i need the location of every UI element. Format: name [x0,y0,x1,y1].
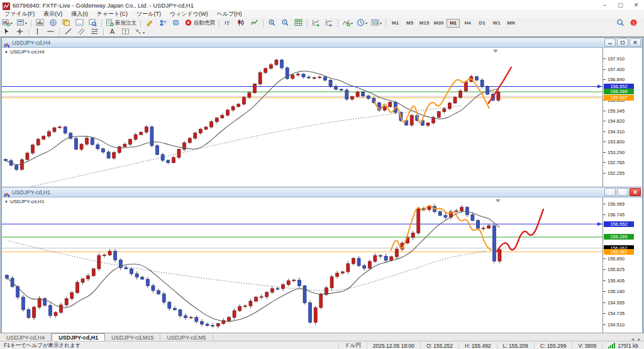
timeframe-button-m30[interactable]: M30 [432,19,445,28]
chart-window-title-bar[interactable]: USDJPY-cd,H4 [2,38,642,48]
candlestick-chart-button[interactable] [235,18,247,28]
chart-close-button[interactable] [630,38,641,47]
timeframe-button-mn[interactable]: MN [504,19,518,28]
axis-tick-label: 155.345 [603,108,625,114]
notifications-button[interactable]: 1 [628,18,640,28]
bar-chart-button[interactable] [222,18,234,28]
timeframe-button-m5[interactable]: M5 [403,19,416,28]
axis-tick-label: 155.180 [603,289,625,294]
axis-tick-label: 155.405 [603,278,625,284]
chat-icon [158,18,167,29]
axis-tick-label: 152.255 [603,170,625,176]
chart-minimize-button[interactable] [604,188,616,196]
toolbar-separator [219,19,219,27]
chart-restore-button[interactable] [617,38,628,47]
dropdown-caret-icon: ▾ [25,21,27,25]
chart-shift-button[interactable] [323,18,335,28]
status-open: O: 155.252 [420,342,458,349]
community-button[interactable] [170,18,182,28]
connection-signal-icon [608,343,615,348]
window-controls: – ▢ ✕ [597,0,644,10]
timeframe-button-w1[interactable]: W1 [490,19,503,28]
chart-icon [4,189,10,195]
status-help-text: F1キーでヘルプが表示されます [0,342,80,349]
chart-window-h1[interactable]: USDJPY-cd,H1 ▼ USDJPY-cd,H1 156.965156.7… [1,187,643,333]
status-close: C: 155.299 [534,342,572,349]
svg-text:A: A [110,28,115,35]
templates-icon [371,18,379,29]
autotrading-button[interactable]: 自動売買 [183,18,216,28]
timeframe-button-m1[interactable]: M1 [389,19,402,28]
timeframe-button-h4[interactable]: H4 [461,19,474,28]
axis-tick-label: 154.735 [603,311,625,316]
crosshair-tool-button[interactable] [14,28,26,37]
toolbar-separator [263,19,264,27]
axis-tick-label: 154.310 [603,129,625,135]
chart-legend-label: USDJPY-cd,H4 [10,49,44,55]
text-tool-button[interactable]: A [106,28,118,37]
chart-legend[interactable]: ▼ USDJPY-cd,H4 [4,49,44,55]
autotrading-icon [184,18,192,29]
minimize-button[interactable]: – [597,0,613,10]
channel-tool-button[interactable] [75,28,87,37]
line-chart-button[interactable] [248,18,260,28]
zoom-in-button[interactable] [266,18,278,28]
price-axis-h4[interactable]: 157.910157.400156.890155.855155.345154.8… [602,48,642,187]
search-icon [616,18,625,29]
chart-icon [4,40,10,45]
cursor-tool-button[interactable] [1,28,13,37]
chart-window-controls [603,188,641,196]
axis-tick-label: 154.820 [603,118,625,124]
auto-scroll-button[interactable] [310,18,322,28]
axis-tick-label: 154.955 [603,300,625,306]
axis-tick-label: 155.850 [603,256,625,262]
axis-tick-label: 155.625 [603,267,625,272]
metaeditor-button[interactable] [143,18,155,28]
periods-icon [357,18,365,29]
indicators-button[interactable]: ▾ [341,18,354,28]
chart-legend-label: USDJPY-cd,H1 [10,199,44,204]
chart-plot-h4[interactable]: ▼ USDJPY-cd,H4 [2,48,602,187]
dropdown-caret-icon: ▾ [365,21,367,25]
chart-window-title: USDJPY-cd,H1 [12,189,603,196]
chart-window-h4[interactable]: USDJPY-cd,H4 ▼ USDJPY-cd,H4 157.910157.4… [1,37,643,186]
close-button[interactable]: ✕ [628,0,644,10]
price-level-tag-green: 156.289 [604,89,634,94]
status-high: H: 155.492 [458,342,497,349]
zoom-in-icon [268,18,276,29]
timeframe-button-m15[interactable]: M15 [418,19,431,28]
horizontal-line-tool-button[interactable] [45,28,57,37]
text-label-tool-button[interactable]: T [119,28,131,37]
timeframe-button-d1[interactable]: D1 [475,19,489,28]
chart-close-button[interactable] [630,188,641,196]
chat-button[interactable] [157,18,169,28]
maximize-button[interactable]: ▢ [613,0,628,10]
indicators-icon [342,18,350,29]
dropdown-caret-icon: ▾ [143,30,145,35]
chart-plot-h1[interactable]: ▼ USDJPY-cd,H1 [2,197,602,333]
price-level-tag-green: 156.289 [604,234,634,240]
periods-button[interactable]: ▾ [355,18,369,28]
status-symbol: ドル円 [338,342,367,349]
axis-tick-label: 156.965 [603,201,625,207]
zoom-out-button[interactable] [279,18,291,28]
fibonacci-tool-button[interactable] [89,28,101,37]
chart-legend[interactable]: ▼ USDJPY-cd,H1 [4,199,44,204]
status-volume: V: 3806 [572,342,602,349]
chart-minimize-button[interactable] [604,38,616,47]
search-button[interactable] [614,18,626,28]
chart-restore-button[interactable] [617,188,628,196]
toolbar-separator [386,19,386,27]
window-title: 60796940: FXTF-Live - Goldenway Japan Co… [13,2,194,9]
chart-window-title-bar[interactable]: USDJPY-cd,H1 [2,187,642,197]
vertical-line-tool-button[interactable] [31,28,43,37]
trendline-tool-button[interactable] [62,28,74,37]
toolbar-separator [28,28,29,36]
indicator-window-button[interactable] [292,18,304,28]
arrows-tool-button[interactable]: ▾ [133,28,146,37]
axis-tick-label: 156.745 [603,212,625,218]
price-axis-h1[interactable]: 156.965156.745155.850155.625155.405155.1… [602,197,642,333]
templates-button[interactable]: ▾ [370,18,383,28]
chart-menu-arrow-icon: ▼ [4,50,8,54]
timeframe-button-h1[interactable]: H1 [447,19,460,28]
